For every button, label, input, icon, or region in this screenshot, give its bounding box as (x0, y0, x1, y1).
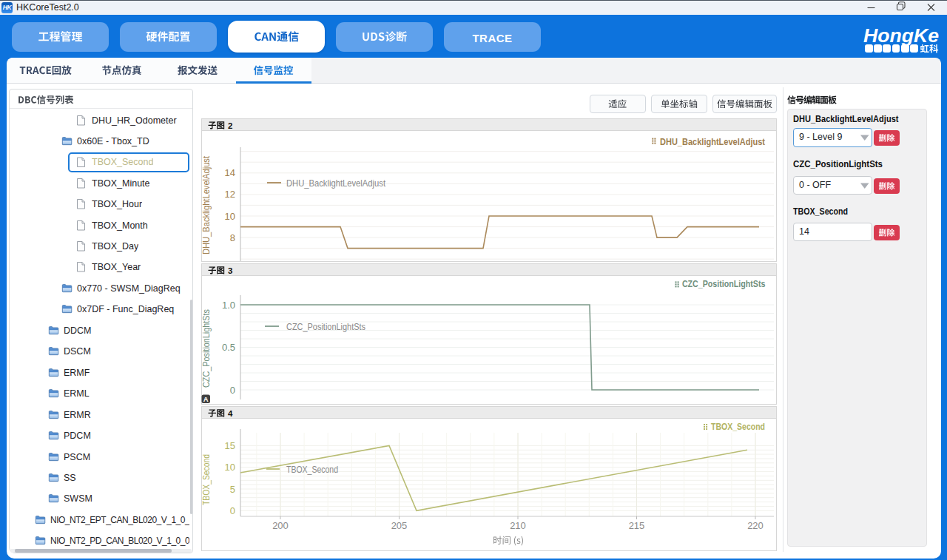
svg-text:10: 10 (225, 462, 235, 473)
svg-text:0: 0 (230, 505, 235, 516)
svg-text:14: 14 (225, 167, 235, 178)
svg-text:CZC_PositionLightSts: CZC_PositionLightSts (201, 309, 212, 388)
svg-text:DHU_BacklightLevelAdjust: DHU_BacklightLevelAdjust (660, 137, 766, 147)
svg-text:3: 3 (228, 266, 232, 275)
svg-text:200: 200 (272, 520, 289, 531)
svg-text:TBOX_Second: TBOX_Second (793, 206, 848, 217)
svg-text:CZC_PositionLightSts: CZC_PositionLightSts (286, 321, 365, 332)
svg-text:8: 8 (230, 232, 235, 243)
svg-text:215: 215 (629, 520, 645, 531)
svg-text:2: 2 (228, 121, 232, 130)
svg-text:TBOX_Second: TBOX_Second (286, 464, 338, 475)
svg-text:TBOX_Second: TBOX_Second (201, 454, 212, 505)
svg-text:205: 205 (391, 520, 408, 531)
svg-text:5: 5 (230, 484, 235, 495)
svg-text:0: 0 (230, 385, 235, 396)
svg-text:DHU_BacklightLevelAdjust: DHU_BacklightLevelAdjust (201, 155, 212, 254)
svg-text:220: 220 (747, 520, 764, 531)
svg-text:1.0: 1.0 (222, 300, 235, 311)
svg-text:DHU_BacklightLevelAdjust: DHU_BacklightLevelAdjust (793, 113, 899, 124)
svg-text:CZC_PositionLightSts: CZC_PositionLightSts (793, 158, 883, 169)
svg-text:A: A (203, 395, 209, 403)
svg-text:0.5: 0.5 (222, 342, 235, 353)
svg-text:15: 15 (225, 440, 235, 451)
svg-text:210: 210 (510, 520, 526, 531)
svg-text:4: 4 (228, 409, 233, 418)
svg-text:12: 12 (225, 189, 235, 200)
svg-text:HongKe: HongKe (863, 25, 939, 46)
svg-text:DHU_BacklightLevelAdjust: DHU_BacklightLevelAdjust (286, 178, 385, 189)
svg-text:CZC_PositionLightSts: CZC_PositionLightSts (682, 279, 766, 289)
svg-text:TBOX_Second: TBOX_Second (711, 422, 765, 432)
svg-text:10: 10 (225, 211, 235, 222)
